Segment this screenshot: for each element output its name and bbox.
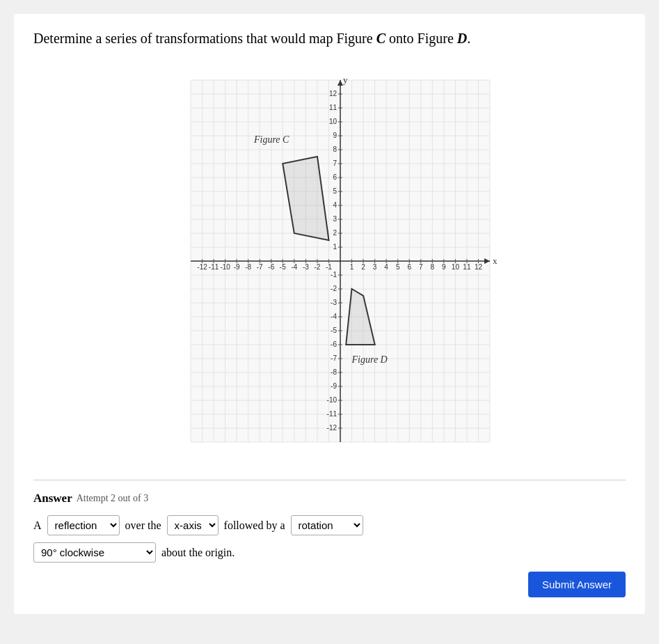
axis-dropdown[interactable]: x-axis y-axis y=x y=-x: [167, 515, 219, 535]
transformation-type-dropdown[interactable]: reflection rotation translation dilation: [47, 515, 120, 535]
about-origin-label: about the origin.: [161, 547, 235, 559]
attempt-text: Attempt 2 out of 3: [77, 493, 148, 504]
rotation-degree-dropdown[interactable]: 90° clockwise 90° counterclockwise 180° …: [33, 542, 156, 563]
answer-section: Answer Attempt 2 out of 3 A reflection r…: [33, 480, 626, 597]
answer-row1: A reflection rotation translation dilati…: [33, 515, 626, 535]
followed-by-label: followed by a: [224, 519, 285, 532]
submit-button[interactable]: Submit Answer: [528, 572, 626, 597]
graph-container: [33, 59, 626, 463]
answer-label: Answer: [33, 492, 72, 505]
second-transformation-dropdown[interactable]: rotation reflection translation dilation: [291, 515, 363, 535]
over-the-label: over the: [125, 519, 161, 532]
question-title: Determine a series of transformations th…: [33, 31, 626, 47]
answer-label-row: Answer Attempt 2 out of 3: [33, 492, 626, 505]
page-container: Determine a series of transformations th…: [14, 14, 645, 614]
answer-letter-a: A: [33, 519, 42, 532]
coordinate-graph: [149, 59, 511, 463]
answer-row2: 90° clockwise 90° counterclockwise 180° …: [33, 542, 626, 563]
answer-bottom: A reflection rotation translation dilati…: [33, 515, 626, 597]
graph-wrapper: [149, 59, 511, 463]
